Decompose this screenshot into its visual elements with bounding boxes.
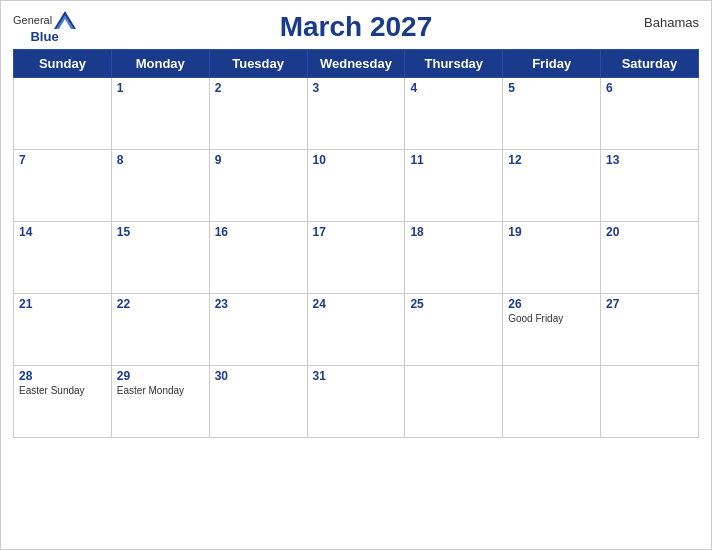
weekday-thursday: Thursday [405, 50, 503, 78]
day-number: 30 [215, 369, 302, 383]
table-row: 4 [405, 78, 503, 150]
table-row: 21 [14, 294, 112, 366]
table-row: 22 [111, 294, 209, 366]
table-row: 13 [601, 150, 699, 222]
table-row: 16 [209, 222, 307, 294]
table-row: 9 [209, 150, 307, 222]
day-number: 2 [215, 81, 302, 95]
weekday-friday: Friday [503, 50, 601, 78]
table-row: 14 [14, 222, 112, 294]
logo-blue-text: Blue [30, 29, 58, 44]
table-row: 3 [307, 78, 405, 150]
calendar-week-row: 212223242526Good Friday27 [14, 294, 699, 366]
weekday-saturday: Saturday [601, 50, 699, 78]
day-number: 23 [215, 297, 302, 311]
table-row: 8 [111, 150, 209, 222]
table-row [503, 366, 601, 438]
table-row: 31 [307, 366, 405, 438]
day-number: 12 [508, 153, 595, 167]
table-row: 20 [601, 222, 699, 294]
table-row: 18 [405, 222, 503, 294]
calendar-title: March 2027 [280, 11, 433, 43]
calendar-week-row: 123456 [14, 78, 699, 150]
table-row: 26Good Friday [503, 294, 601, 366]
table-row: 27 [601, 294, 699, 366]
weekday-wednesday: Wednesday [307, 50, 405, 78]
table-row: 29Easter Monday [111, 366, 209, 438]
day-number: 27 [606, 297, 693, 311]
day-number: 28 [19, 369, 106, 383]
day-number: 14 [19, 225, 106, 239]
day-number: 19 [508, 225, 595, 239]
day-number: 18 [410, 225, 497, 239]
table-row: 1 [111, 78, 209, 150]
table-row: 12 [503, 150, 601, 222]
logo-icon [54, 11, 76, 29]
day-number: 7 [19, 153, 106, 167]
table-row: 24 [307, 294, 405, 366]
day-number: 22 [117, 297, 204, 311]
calendar-week-row: 28Easter Sunday29Easter Monday3031 [14, 366, 699, 438]
day-number: 5 [508, 81, 595, 95]
table-row: 19 [503, 222, 601, 294]
table-row: 10 [307, 150, 405, 222]
day-number: 6 [606, 81, 693, 95]
table-row: 30 [209, 366, 307, 438]
day-number: 1 [117, 81, 204, 95]
day-number: 16 [215, 225, 302, 239]
day-number: 8 [117, 153, 204, 167]
table-row [14, 78, 112, 150]
calendar-container: General Blue March 2027 Bahamas Sunday M… [0, 0, 712, 550]
table-row: 2 [209, 78, 307, 150]
weekday-tuesday: Tuesday [209, 50, 307, 78]
table-row: 6 [601, 78, 699, 150]
day-event: Easter Sunday [19, 385, 106, 396]
day-number: 20 [606, 225, 693, 239]
day-number: 17 [313, 225, 400, 239]
day-number: 13 [606, 153, 693, 167]
weekday-sunday: Sunday [14, 50, 112, 78]
day-event: Easter Monday [117, 385, 204, 396]
weekday-header-row: Sunday Monday Tuesday Wednesday Thursday… [14, 50, 699, 78]
table-row: 15 [111, 222, 209, 294]
day-number: 31 [313, 369, 400, 383]
day-event: Good Friday [508, 313, 595, 324]
table-row: 5 [503, 78, 601, 150]
day-number: 21 [19, 297, 106, 311]
table-row: 7 [14, 150, 112, 222]
calendar-week-row: 78910111213 [14, 150, 699, 222]
calendar-header: General Blue March 2027 Bahamas [13, 11, 699, 43]
table-row: 11 [405, 150, 503, 222]
day-number: 4 [410, 81, 497, 95]
table-row: 17 [307, 222, 405, 294]
day-number: 3 [313, 81, 400, 95]
calendar-body: 1234567891011121314151617181920212223242… [14, 78, 699, 438]
day-number: 26 [508, 297, 595, 311]
table-row: 23 [209, 294, 307, 366]
table-row [601, 366, 699, 438]
calendar-grid: Sunday Monday Tuesday Wednesday Thursday… [13, 49, 699, 438]
day-number: 24 [313, 297, 400, 311]
day-number: 11 [410, 153, 497, 167]
table-row: 28Easter Sunday [14, 366, 112, 438]
day-number: 10 [313, 153, 400, 167]
day-number: 25 [410, 297, 497, 311]
table-row: 25 [405, 294, 503, 366]
logo-area: General Blue [13, 11, 76, 44]
day-number: 29 [117, 369, 204, 383]
country-label: Bahamas [644, 15, 699, 30]
calendar-week-row: 14151617181920 [14, 222, 699, 294]
weekday-monday: Monday [111, 50, 209, 78]
logo-general-text: General [13, 14, 52, 26]
table-row [405, 366, 503, 438]
day-number: 15 [117, 225, 204, 239]
day-number: 9 [215, 153, 302, 167]
